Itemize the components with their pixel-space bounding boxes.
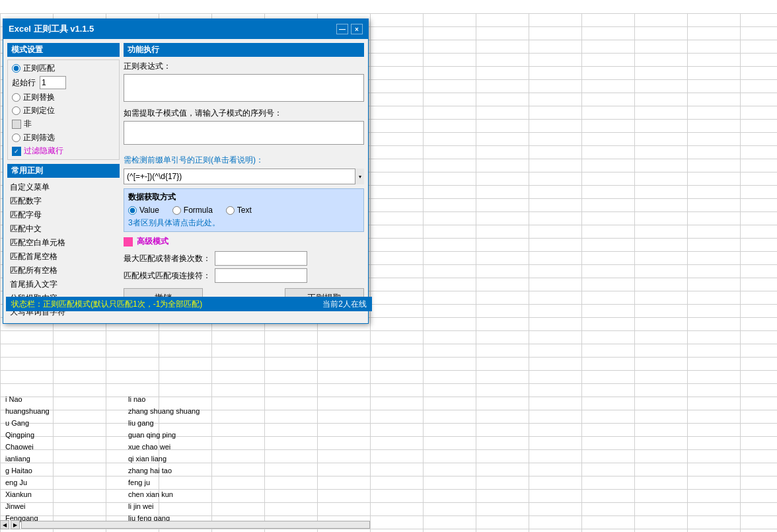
cell-col2: guan qing ping (89, 429, 260, 441)
radio-options: Value Formula Text (128, 206, 359, 215)
radio-value-label: Value (139, 206, 159, 215)
rule-item-6[interactable]: 匹配所有空格 (7, 264, 120, 278)
cell-col1: huangshuang (3, 405, 89, 417)
mode-label-4: 正则筛选 (23, 132, 55, 143)
cell-col2: xue chao wei (89, 441, 260, 453)
close-button[interactable]: × (351, 24, 363, 34)
advanced-mode-indicator (124, 237, 133, 247)
table-row: ianliangqi xian liang (3, 453, 370, 465)
cell-col2: zhang shuang shuang (89, 405, 260, 417)
non-row: 非 (12, 118, 115, 130)
rule-item-1[interactable]: 匹配数字 (7, 194, 120, 208)
connector-row: 匹配模式匹配项连接符： (124, 268, 364, 283)
mode-radio-3[interactable] (12, 106, 20, 115)
cell-col1: g Haitao (3, 465, 89, 476)
advanced-row: 高级模式 (124, 236, 364, 247)
cell-col1: Xiankun (3, 488, 89, 500)
cell-col1: eng Ju (3, 476, 89, 488)
scrollbar-area[interactable]: ◀ ▶ (0, 520, 370, 529)
table-row: Qingpingguan qing ping (3, 429, 370, 441)
filter-label: 过滤隐藏行 (24, 145, 63, 157)
table-row: Xiankunchen xian kun (3, 488, 370, 500)
cell-col2: li jin wei (89, 500, 260, 512)
cell-col2: zhang hai tao (89, 465, 260, 476)
cell-col1: Jinwei (3, 500, 89, 512)
subpattern-textarea-wrapper (124, 121, 364, 151)
cell-col1: Qingping (3, 429, 89, 441)
table-row: u Gangliu gang (3, 417, 370, 429)
mode-label-2: 正则替换 (23, 92, 55, 103)
max-match-label: 最大匹配或替者换次数： (124, 253, 211, 264)
cell-col1: i Nao (3, 393, 89, 405)
table-row: Chaoweixue chao wei (3, 441, 370, 453)
radio-formula[interactable] (172, 206, 181, 215)
mode-row-1: 正则匹配 (12, 63, 115, 74)
rule-item-5[interactable]: 匹配首尾空格 (7, 250, 120, 264)
dialog-body: 模式设置 正则匹配 起始行 正则替换 正则定位 (3, 39, 368, 323)
radio-option-value: Value (128, 206, 159, 215)
radio-value[interactable] (128, 206, 137, 215)
non-checkbox[interactable] (12, 120, 21, 129)
data-fetch-section: 数据获取方式 Value Formula Text 3者区别具体请 (124, 188, 364, 232)
connector-input[interactable] (215, 268, 307, 283)
mode-group: 正则匹配 起始行 正则替换 正则定位 非 (7, 59, 120, 160)
main-dialog: Excel 正则工具 v1.1.5 — × 模式设置 正则匹配 起始行 (3, 19, 369, 324)
cell-col2: feng ju (89, 476, 260, 488)
rule-item-0[interactable]: 自定义菜单 (7, 180, 120, 194)
start-row-input[interactable] (40, 76, 66, 89)
cell-col2: qi xian liang (89, 453, 260, 465)
table-row: g Haitaozhang hai tao (3, 465, 370, 476)
cell-col1: Chaowei (3, 441, 89, 453)
detect-link[interactable]: 需检测前缀单引号的正则(单击看说明)： (124, 155, 364, 166)
detect-input-arrow: ▾ (355, 169, 364, 184)
mode-radio-1[interactable] (12, 64, 20, 73)
common-rules-title: 常用正则 (7, 164, 120, 178)
cell-col1: ianliang (3, 453, 89, 465)
spreadsheet-data: i Naoli naohuangshuangzhang shuang shuan… (0, 393, 370, 524)
radio-option-formula: Formula (172, 206, 213, 215)
max-match-input[interactable] (215, 251, 307, 266)
mode-row-4: 正则筛选 (12, 132, 115, 143)
func-section-title: 功能执行 (124, 43, 364, 57)
mode-label-1: 正则匹配 (23, 63, 55, 74)
mode-radio-4[interactable] (12, 133, 20, 142)
scroll-left-arrow[interactable]: ◀ (0, 520, 9, 529)
status-bar: 状态栏：正则匹配模式(默认只匹配1次，-1为全部匹配) 当前2人在线 (6, 297, 372, 311)
detect-input[interactable] (124, 169, 364, 184)
rule-item-4[interactable]: 匹配空白单元格 (7, 236, 120, 250)
non-label: 非 (24, 118, 32, 130)
scroll-right-arrow[interactable]: ▶ (11, 520, 20, 529)
subpattern-label: 如需提取子模式值，请输入子模式的序列号： (124, 108, 364, 119)
cell-col2: li nao (89, 393, 260, 405)
start-row-label: 起始行 (12, 77, 36, 89)
mode-radio-2[interactable] (12, 93, 20, 102)
right-panel: 功能执行 正则表达式： 如需提取子模式值，请输入子模式的序列号： 需检测前缀单引… (124, 43, 364, 319)
max-match-row: 最大匹配或替者换次数： (124, 251, 364, 266)
mode-section-title: 模式设置 (7, 43, 120, 57)
dialog-titlebar: Excel 正则工具 v1.1.5 — × (3, 19, 368, 39)
scroll-track[interactable] (21, 521, 370, 529)
filter-checkbox[interactable]: ✓ (12, 147, 21, 156)
rule-item-3[interactable]: 匹配中文 (7, 222, 120, 236)
diff-link[interactable]: 3者区别具体请点击此处。 (128, 217, 359, 229)
advanced-label: 高级模式 (137, 236, 168, 247)
table-row: Jinweili jin wei (3, 500, 370, 512)
regex-textarea[interactable] (124, 74, 364, 102)
regex-label: 正则表达式： (124, 61, 364, 72)
status-text: 状态栏：正则匹配模式(默认只匹配1次，-1为全部匹配) (11, 299, 202, 310)
table-row: eng Jufeng ju (3, 476, 370, 488)
radio-formula-label: Formula (184, 206, 213, 215)
subpattern-textarea[interactable] (124, 121, 364, 145)
detect-input-wrapper: ▾ (124, 169, 364, 184)
data-fetch-title: 数据获取方式 (128, 192, 359, 203)
mode-row-3: 正则定位 (12, 105, 115, 116)
left-panel: 模式设置 正则匹配 起始行 正则替换 正则定位 (7, 43, 120, 319)
table-row: huangshuangzhang shuang shuang (3, 405, 370, 417)
rule-item-2[interactable]: 匹配字母 (7, 208, 120, 222)
radio-text[interactable] (226, 206, 235, 215)
cell-col2: liu gang (89, 417, 260, 429)
table-row: i Naoli nao (3, 393, 370, 405)
cell-col2: chen xian kun (89, 488, 260, 500)
minimize-button[interactable]: — (336, 24, 348, 34)
rule-item-7[interactable]: 首尾插入文字 (7, 278, 120, 291)
